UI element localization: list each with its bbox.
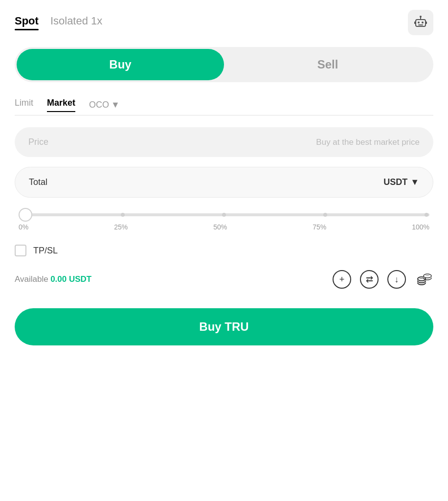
plus-icon: + <box>339 274 345 285</box>
price-label: Price <box>28 137 48 147</box>
total-field[interactable]: Total USDT ▼ <box>15 167 433 198</box>
slider-label-50: 50% <box>213 223 227 231</box>
download-icon[interactable]: ↓ <box>387 270 406 289</box>
slider-labels: 0% 25% 50% 75% 100% <box>19 223 429 231</box>
oco-label: OCO <box>89 100 109 110</box>
transfer-icon[interactable]: ⇄ <box>360 270 379 289</box>
buy-button-toggle[interactable]: Buy <box>17 49 224 80</box>
slider-thumb[interactable] <box>19 208 32 222</box>
divider <box>15 115 433 115</box>
slider-container: 0% 25% 50% 75% 100% <box>15 213 433 231</box>
chevron-down-icon: ▼ <box>111 100 120 110</box>
coins-icon[interactable] <box>415 270 433 289</box>
tab-limit[interactable]: Limit <box>15 98 33 112</box>
transfer-arrows-icon: ⇄ <box>366 274 373 285</box>
available-value: 0.00 USDT <box>50 274 91 284</box>
sell-button-toggle[interactable]: Sell <box>224 49 431 80</box>
slider-label-75: 75% <box>313 223 326 231</box>
order-type-row: Limit Market OCO ▼ <box>15 98 433 112</box>
available-row: Available 0.00 USDT + ⇄ ↓ <box>15 270 433 293</box>
slider-track[interactable] <box>19 213 429 216</box>
currency-chevron-icon: ▼ <box>410 177 419 187</box>
slider-dot-25 <box>121 213 125 217</box>
download-arrow-icon: ↓ <box>395 274 399 285</box>
robot-svg <box>413 15 428 30</box>
svg-point-1 <box>418 22 420 23</box>
action-icons: + ⇄ ↓ <box>333 270 433 289</box>
slider-label-25: 25% <box>114 223 128 231</box>
tpsl-checkbox[interactable] <box>15 245 26 256</box>
price-hint: Buy at the best market price <box>316 137 420 147</box>
tab-oco[interactable]: OCO ▼ <box>89 100 120 110</box>
svg-point-5 <box>420 16 422 18</box>
tab-spot[interactable]: Spot <box>15 15 39 30</box>
svg-point-2 <box>422 22 424 23</box>
slider-label-100: 100% <box>412 223 429 231</box>
svg-rect-6 <box>414 22 416 24</box>
svg-rect-7 <box>426 22 427 24</box>
total-label: Total <box>29 177 47 187</box>
slider-label-0: 0% <box>19 223 28 231</box>
slider-dot-50 <box>222 213 226 217</box>
currency-selector[interactable]: USDT ▼ <box>383 177 419 187</box>
tpsl-label: TP/SL <box>33 246 58 256</box>
tab-group: Spot Isolated 1x <box>15 15 102 30</box>
header: Spot Isolated 1x <box>15 10 433 35</box>
slider-dot-75 <box>323 213 327 217</box>
buy-sell-toggle: Buy Sell <box>15 47 433 82</box>
slider-dots <box>19 213 429 217</box>
currency-label: USDT <box>383 177 407 187</box>
robot-icon-button[interactable] <box>408 10 433 35</box>
price-field: Price Buy at the best market price <box>15 127 433 157</box>
available-info: Available 0.00 USDT <box>15 274 91 284</box>
buy-tru-button[interactable]: Buy TRU <box>15 308 433 345</box>
tab-market[interactable]: Market <box>47 98 75 112</box>
svg-rect-3 <box>418 24 423 25</box>
available-label: Available <box>15 274 48 284</box>
trading-panel: Spot Isolated 1x Buy Sell <box>0 0 448 365</box>
slider-dot-100 <box>425 213 428 217</box>
tpsl-row: TP/SL <box>15 245 433 256</box>
add-funds-icon[interactable]: + <box>333 270 351 289</box>
tab-isolated[interactable]: Isolated 1x <box>50 15 102 30</box>
